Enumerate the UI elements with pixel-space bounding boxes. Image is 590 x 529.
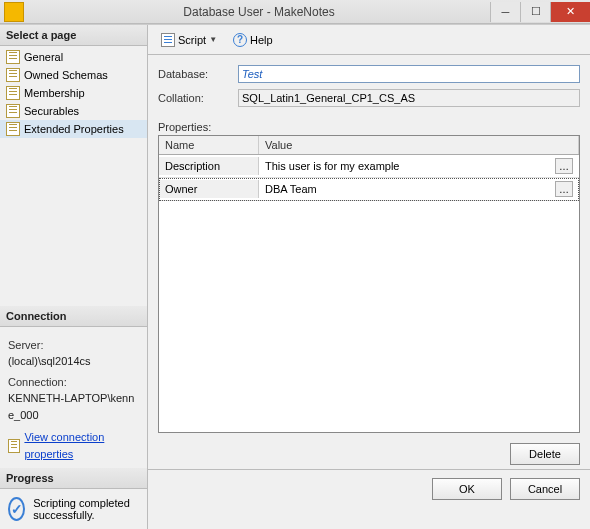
- properties-label: Properties:: [148, 117, 590, 135]
- content-area: Script ▼ ? Help Database: Collation: Pro…: [148, 25, 590, 529]
- help-icon: ?: [233, 33, 247, 47]
- select-page-header: Select a page: [0, 25, 147, 46]
- window-title: Database User - MakeNotes: [28, 5, 490, 19]
- ok-button[interactable]: OK: [432, 478, 502, 500]
- form-area: Database: Collation:: [148, 55, 590, 117]
- progress-header: Progress: [0, 468, 147, 489]
- maximize-button[interactable]: ☐: [520, 2, 550, 22]
- link-text: View connection properties: [24, 429, 139, 462]
- progress-panel: ✓ Scripting completed successfully.: [0, 489, 147, 529]
- server-value: (local)\sql2014cs: [8, 353, 139, 370]
- collation-input: [238, 89, 580, 107]
- prop-value-input[interactable]: [265, 183, 551, 195]
- help-button[interactable]: ? Help: [228, 30, 278, 50]
- server-label: Server:: [8, 337, 139, 354]
- prop-value-input[interactable]: [265, 160, 551, 172]
- script-label: Script: [178, 34, 206, 46]
- database-input[interactable]: [238, 65, 580, 83]
- title-bar: Database User - MakeNotes ─ ☐ ✕: [0, 0, 590, 24]
- properties-grid: Name Value Description … Owner …: [158, 135, 580, 433]
- properties-icon: [8, 439, 20, 453]
- dialog-footer: OK Cancel: [148, 469, 590, 508]
- nav-general[interactable]: General: [0, 48, 147, 66]
- page-icon: [6, 68, 20, 82]
- connection-header: Connection: [0, 306, 147, 327]
- grid-row[interactable]: Description …: [159, 155, 579, 178]
- ellipsis-button[interactable]: …: [555, 158, 573, 174]
- col-name-header: Name: [159, 136, 259, 154]
- nav-owned-schemas[interactable]: Owned Schemas: [0, 66, 147, 84]
- left-panel: Select a page General Owned Schemas Memb…: [0, 25, 148, 529]
- help-label: Help: [250, 34, 273, 46]
- database-label: Database:: [158, 68, 238, 80]
- page-icon: [6, 50, 20, 64]
- grid-row[interactable]: Owner …: [159, 178, 579, 201]
- progress-status: Scripting completed successfully.: [33, 497, 139, 521]
- nav-membership[interactable]: Membership: [0, 84, 147, 102]
- page-icon: [6, 86, 20, 100]
- script-button[interactable]: Script ▼: [156, 30, 222, 50]
- cancel-button[interactable]: Cancel: [510, 478, 580, 500]
- page-nav: General Owned Schemas Membership Securab…: [0, 46, 147, 140]
- script-icon: [161, 33, 175, 47]
- nav-label: General: [24, 51, 63, 63]
- ellipsis-button[interactable]: …: [555, 181, 573, 197]
- minimize-button[interactable]: ─: [490, 2, 520, 22]
- toolbar: Script ▼ ? Help: [148, 25, 590, 55]
- prop-name: Owner: [159, 180, 259, 198]
- connection-label: Connection:: [8, 374, 139, 391]
- chevron-down-icon: ▼: [209, 35, 217, 44]
- view-connection-properties-link[interactable]: View connection properties: [8, 429, 139, 462]
- app-icon: [4, 2, 24, 22]
- delete-button[interactable]: Delete: [510, 443, 580, 465]
- page-icon: [6, 122, 20, 136]
- connection-panel: Server: (local)\sql2014cs Connection: KE…: [0, 327, 147, 469]
- nav-label: Owned Schemas: [24, 69, 108, 81]
- grid-header: Name Value: [159, 136, 579, 155]
- success-icon: ✓: [8, 497, 25, 521]
- col-value-header: Value: [259, 136, 579, 154]
- connection-value: KENNETH-LAPTOP\kenne_000: [8, 390, 139, 423]
- nav-label: Membership: [24, 87, 85, 99]
- nav-label: Extended Properties: [24, 123, 124, 135]
- collation-label: Collation:: [158, 92, 238, 104]
- page-icon: [6, 104, 20, 118]
- prop-name: Description: [159, 157, 259, 175]
- nav-label: Securables: [24, 105, 79, 117]
- close-button[interactable]: ✕: [550, 2, 590, 22]
- nav-securables[interactable]: Securables: [0, 102, 147, 120]
- nav-extended-properties[interactable]: Extended Properties: [0, 120, 147, 138]
